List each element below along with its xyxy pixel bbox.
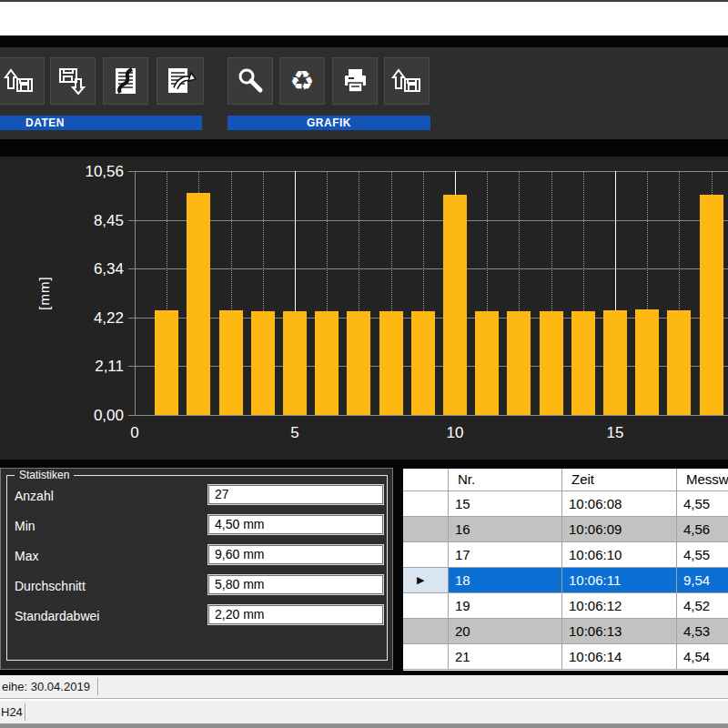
x-tick-label: 10 — [447, 424, 464, 442]
col-header-messwert[interactable]: Messwert — [677, 469, 728, 491]
table-row[interactable]: 2010:06:134,53 — [403, 619, 728, 644]
chart-bar — [667, 310, 691, 415]
stat-value-max[interactable]: 9,60 mm — [208, 545, 383, 564]
status-text-device: H24 — [1, 701, 23, 723]
chart-bar — [347, 311, 370, 415]
table-row[interactable]: 1610:06:094,56 — [403, 517, 728, 542]
status-separator — [25, 703, 26, 721]
cell-nr: 20 — [449, 619, 562, 644]
clear-document-button[interactable] — [103, 57, 148, 105]
statistics-groupbox: Statistiken Anzahl 27 Min 4,50 mm Max 9,… — [6, 475, 388, 661]
current-row-arrow-icon: ▶ — [417, 568, 424, 592]
printer-icon — [339, 65, 371, 97]
chart-bar — [571, 311, 595, 415]
chart-bar — [251, 311, 275, 415]
chart-bar — [379, 311, 403, 415]
cell-nr: 21 — [449, 644, 562, 670]
chart-bar — [443, 195, 467, 415]
y-tick-label: 2,11 — [67, 358, 124, 376]
toolbar-group-daten-label: DATEN — [0, 116, 202, 130]
cell-nr: 18 — [449, 568, 562, 593]
y-gridline — [135, 220, 728, 221]
cell-messwert: 4,52 — [677, 593, 728, 619]
cell-nr: 19 — [449, 593, 562, 619]
y-tick-label: 0,00 — [67, 407, 124, 425]
y-gridline — [135, 415, 728, 416]
table-body: 1510:06:084,551610:06:094,561710:06:104,… — [403, 491, 728, 670]
table-row[interactable]: 1710:06:104,55 — [403, 542, 728, 568]
table-row[interactable]: 1910:06:124,52 — [403, 593, 728, 619]
row-header[interactable] — [403, 593, 449, 619]
y-tick — [128, 220, 135, 221]
status-separator — [97, 678, 99, 695]
y-gridline — [135, 268, 728, 269]
recycle-icon: ♻ — [290, 67, 315, 95]
floppy-arrow-down-icon — [56, 65, 89, 97]
stat-label-anzahl: Anzahl — [15, 489, 54, 503]
chart-bar — [411, 311, 435, 415]
measurement-table[interactable]: Nr. Zeit Messwert 1510:06:084,551610:06:… — [403, 469, 728, 671]
chart-bar — [475, 311, 499, 415]
table-row[interactable]: 1510:06:084,55 — [403, 491, 728, 517]
row-header-current[interactable]: ▶ — [403, 568, 449, 593]
print-button[interactable] — [332, 57, 378, 105]
chart-bar — [187, 193, 210, 415]
cell-messwert: 4,54 — [677, 644, 728, 670]
zoom-button[interactable] — [228, 57, 273, 105]
refresh-button[interactable]: ♻ — [279, 57, 325, 105]
row-header[interactable] — [403, 517, 449, 542]
floppy-arrow-up-icon — [390, 65, 423, 97]
menu-bar — [0, 2, 728, 35]
floppy-arrow-up-icon — [3, 65, 35, 97]
stat-value-standardabwei[interactable]: 2,20 mm — [208, 605, 383, 624]
chart-bar — [540, 311, 563, 415]
document-clear-icon — [109, 65, 142, 97]
window-bottom-border — [0, 723, 728, 728]
table-row[interactable]: ▶1810:06:119,54 — [403, 568, 728, 593]
y-axis-title: [mm] — [36, 276, 52, 309]
x-tick-label: 0 — [130, 424, 138, 442]
y-gridline — [135, 171, 728, 172]
y-tick — [128, 171, 135, 172]
row-header[interactable] — [403, 491, 449, 517]
row-header[interactable] — [403, 644, 449, 670]
save-graphic-button[interactable] — [384, 57, 430, 105]
cell-zeit: 10:06:10 — [562, 542, 677, 568]
y-tick-label: 4,22 — [67, 309, 124, 328]
stat-value-anzahl[interactable]: 27 — [208, 485, 383, 504]
chart-bar — [700, 195, 723, 415]
status-bar-messreihe: eihe: 30.04.2019 — [0, 675, 728, 699]
x-tick-label: 5 — [290, 424, 298, 442]
chart-bar — [507, 311, 531, 415]
stat-value-durchschnitt[interactable]: 5,80 mm — [208, 575, 383, 594]
col-header-zeit[interactable]: Zeit — [562, 469, 677, 491]
cell-zeit: 10:06:12 — [562, 593, 677, 619]
measurement-bar-chart[interactable]: 0,002,114,226,348,4510,56051015[mm] — [0, 157, 728, 460]
export-document-button[interactable] — [157, 57, 204, 105]
stat-value-min[interactable]: 4,50 mm — [208, 515, 383, 534]
statistics-panel: Statistiken Anzahl 27 Min 4,50 mm Max 9,… — [0, 468, 393, 670]
y-tick-label: 6,34 — [67, 260, 124, 278]
chart-bar — [635, 309, 659, 415]
status-text-date: eihe: 30.04.2019 — [2, 675, 90, 698]
save-data-button[interactable] — [50, 57, 96, 105]
table-header-row: Nr. Zeit Messwert — [403, 469, 728, 491]
y-tick-label: 10,56 — [67, 163, 124, 181]
toolbar: ♻ DATEN GRAFIK — [0, 47, 728, 139]
table-row[interactable]: 2110:06:144,54 — [403, 644, 728, 670]
row-header[interactable] — [403, 542, 449, 568]
load-data-button[interactable] — [0, 57, 45, 105]
cell-zeit: 10:06:13 — [562, 619, 677, 644]
chart-bar — [283, 311, 307, 415]
col-header-nr[interactable]: Nr. — [449, 469, 562, 491]
cell-messwert: 4,55 — [677, 491, 728, 517]
cell-zeit: 10:06:08 — [562, 491, 677, 517]
status-bar-device: H24 — [0, 701, 728, 723]
y-tick — [128, 268, 135, 269]
cell-messwert: 4,56 — [677, 517, 728, 542]
row-header[interactable] — [403, 619, 449, 644]
y-tick — [128, 415, 135, 416]
cell-nr: 17 — [449, 542, 562, 568]
toolbar-group-grafik-label: GRAFIK — [228, 116, 430, 130]
y-axis — [135, 171, 136, 415]
